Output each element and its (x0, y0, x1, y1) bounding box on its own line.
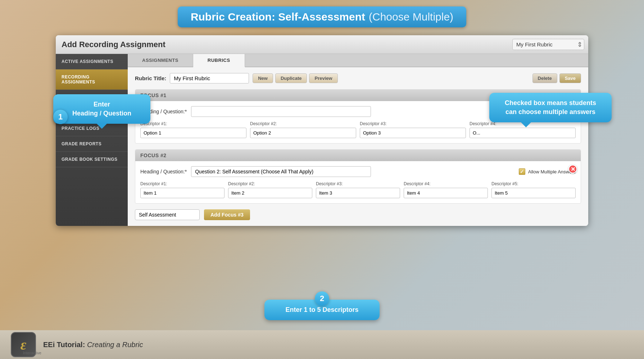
focus-1-heading-input[interactable] (191, 106, 371, 117)
preview-button[interactable]: Preview (309, 73, 337, 83)
sidebar-item-active-assignments[interactable]: ACTIVE ASSIGNMENTS (56, 54, 128, 69)
focus-2-header: Focus #2 (135, 150, 581, 161)
focus-1-desc-4-label: Descriptor #4: (470, 121, 576, 126)
focus-2-desc-2-label: Descriptor #2: (228, 181, 312, 186)
sidebar-item-recording-assignments[interactable]: RECORDING ASSIGNMENTS (56, 69, 128, 90)
main-content: ASSIGNMENTS RUBRICS Rubric Title: New Du… (128, 54, 588, 226)
focus-2-descriptor-2: Descriptor #2: (228, 181, 312, 198)
title-light: (Choose Multiple) (369, 11, 453, 23)
focus-1-descriptor-2: Descriptor #2: (250, 121, 356, 138)
bottom-controls-row: Self Assessment Peer Assessment Teacher … (135, 209, 581, 220)
focus-1-body: ✕ Heading / Question:* Allow Multiple An… (135, 101, 581, 143)
focus-2-section: Focus #2 ✕ Heading / Question:* Allow Mu… (135, 149, 581, 204)
logo-interactive-label: Interactive (23, 351, 41, 355)
rubric-select-wrapper: My First Rubric ⇕ (512, 39, 582, 50)
btn-group-right: Delete Save (532, 73, 581, 83)
focus-2-body: ✕ Heading / Question:* Allow Multiple An… (135, 161, 581, 203)
focus-2-descriptor-3: Descriptor #3: (316, 181, 400, 198)
focus-2-heading-row: Heading / Question:* Allow Multiple Answ… (140, 166, 576, 177)
rubric-select[interactable]: My First Rubric (512, 39, 584, 50)
focus-2-desc-1-input[interactable] (140, 188, 225, 198)
tab-rubrics[interactable]: RUBRICS (193, 54, 245, 67)
focus-1-allow-multiple-checkbox[interactable] (519, 108, 525, 115)
focus-1-desc-3-label: Descriptor #3: (360, 121, 466, 126)
focus-1-desc-1-input[interactable] (140, 128, 246, 138)
assessment-type-select[interactable]: Self Assessment Peer Assessment Teacher … (135, 209, 200, 220)
bottom-bar: ε Interactive EEi Tutorial: Creating a R… (0, 330, 644, 359)
focus-1-desc-2-input[interactable] (250, 128, 356, 138)
rubric-title-label: Rubric Title: (135, 75, 166, 81)
focus-1-desc-2-label: Descriptor #2: (250, 121, 356, 126)
focus-2-desc-4-input[interactable] (404, 188, 488, 198)
focus-2-desc-3-input[interactable] (316, 188, 400, 198)
focus-2-allow-multiple: Allow Multiple Answers (519, 168, 576, 175)
sidebar-item-practice-logs[interactable]: PRACTICE LOGS (56, 121, 128, 136)
title-bold: Rubric Creation: Self-Assessment (191, 11, 365, 23)
focus-2-heading-input[interactable] (191, 166, 371, 177)
focus-2-remove-button[interactable]: ✕ (568, 165, 577, 173)
tutorial-text: EEi Tutorial: Creating a Rubric (43, 341, 143, 349)
sidebar-item-grade-book-settings[interactable]: GRADE BOOK SETTINGS (56, 152, 128, 167)
focus-2-heading-label: Heading / Question:* (140, 169, 187, 174)
app-window: Add Recording Assignment My First Rubric… (56, 35, 588, 226)
focus-1-descriptor-1: Descriptor #1: (140, 121, 246, 138)
focus-1-allow-multiple: Allow Multiple Answers (519, 108, 576, 115)
focus-1-desc-4-input[interactable] (470, 128, 576, 138)
focus-2-desc-3-label: Descriptor #3: (316, 181, 400, 186)
focus-2-descriptor-1: Descriptor #1: (140, 181, 225, 198)
focus-2-desc-5-label: Descriptor #5: (491, 181, 576, 186)
sidebar-item-grade-book[interactable]: GRADE BOOK (56, 105, 128, 121)
save-button[interactable]: Save (559, 73, 581, 83)
sidebar: ACTIVE ASSIGNMENTS RECORDING ASSIGNMENTS… (56, 54, 128, 226)
title-bar: Rubric Creation: Self-Assessment (Choose… (178, 6, 466, 27)
app-header: Add Recording Assignment My First Rubric… (56, 35, 588, 54)
focus-1-remove-button[interactable]: ✕ (568, 105, 577, 113)
focus-2-desc-1-label: Descriptor #1: (140, 181, 225, 186)
app-header-title: Add Recording Assignment (62, 40, 165, 49)
focus-2-desc-5-input[interactable] (491, 188, 576, 198)
content-area: Rubric Title: New Duplicate Preview Dele… (128, 67, 588, 226)
focus-1-descriptor-row: Descriptor #1: Descriptor #2: Descriptor… (140, 121, 576, 138)
tutorial-bold-label: EEi Tutorial: (43, 341, 85, 349)
duplicate-button[interactable]: Duplicate (275, 73, 307, 83)
focus-1-header: Focus #1 (135, 90, 581, 101)
sidebar-item-other-assignments[interactable]: OTHER ASSIGNMENTS (56, 90, 128, 105)
sidebar-item-grade-reports[interactable]: GRADE REPORTS (56, 136, 128, 152)
badge-2: 2 (315, 291, 329, 306)
focus-1-heading-row: Heading / Question:* Allow Multiple Answ… (140, 106, 576, 117)
logo-wrapper: ε Interactive (11, 332, 36, 357)
focus-1-desc-1-label: Descriptor #1: (140, 121, 246, 126)
focus-1-desc-3-input[interactable] (360, 128, 466, 138)
tab-assignments[interactable]: ASSIGNMENTS (128, 54, 193, 67)
focus-2-descriptor-5: Descriptor #5: (491, 181, 576, 198)
focus-1-descriptor-3: Descriptor #3: (360, 121, 466, 138)
delete-button[interactable]: Delete (532, 73, 557, 83)
focus-1-descriptor-4: Descriptor #4: (470, 121, 576, 138)
focus-2-allow-multiple-checkbox[interactable] (519, 168, 525, 175)
tabs-bar: ASSIGNMENTS RUBRICS (128, 54, 588, 67)
rubric-title-row: Rubric Title: New Duplicate Preview Dele… (135, 73, 581, 83)
add-focus-button[interactable]: Add Focus #3 (204, 209, 250, 220)
tutorial-italic-label: Creating a Rubric (87, 341, 143, 349)
focus-1-section: Focus #1 ✕ Heading / Question:* Allow Mu… (135, 89, 581, 144)
focus-2-descriptor-row: Descriptor #1: Descriptor #2: Descriptor… (140, 181, 576, 198)
focus-2-desc-2-input[interactable] (228, 188, 312, 198)
focus-2-desc-4-label: Descriptor #4: (404, 181, 488, 186)
callout-descriptors: Enter 1 to 5 Descriptors (264, 300, 380, 320)
rubric-title-input[interactable] (170, 73, 249, 83)
app-body: ACTIVE ASSIGNMENTS RECORDING ASSIGNMENTS… (56, 54, 588, 226)
focus-2-descriptor-4: Descriptor #4: (404, 181, 488, 198)
new-button[interactable]: New (253, 73, 273, 83)
focus-1-heading-label: Heading / Question:* (140, 109, 187, 114)
btn-group-rubric: New Duplicate Preview (253, 73, 337, 83)
